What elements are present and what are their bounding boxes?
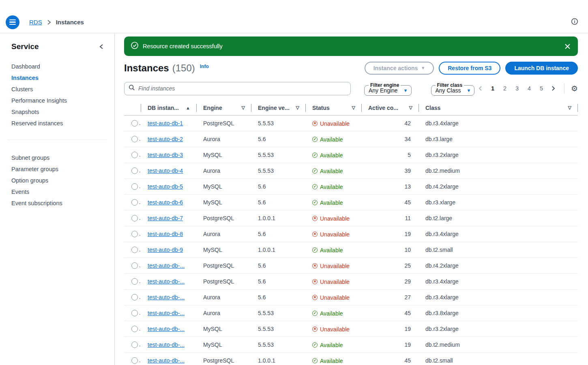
- status-label: Available: [320, 168, 343, 174]
- column-header-db-instance[interactable]: DB instan...▲: [141, 101, 197, 115]
- pagination-prev-icon[interactable]: [476, 84, 485, 93]
- row-radio-button[interactable]: [131, 341, 138, 348]
- class-cell: db.r3.4xlarge: [419, 226, 578, 242]
- instance-actions-button[interactable]: Instance actions ▼: [365, 62, 434, 75]
- status-cell: Unavailable: [306, 321, 362, 337]
- row-radio-button[interactable]: [131, 278, 138, 285]
- table-settings-gear-icon[interactable]: ⚙: [571, 85, 578, 92]
- sort-icon[interactable]: ▽: [352, 105, 355, 110]
- info-link[interactable]: Info: [200, 64, 209, 69]
- sort-icon[interactable]: ▽: [409, 105, 412, 110]
- table-row: test-auto-db-... PostgreSQL 5.6 Unavaila…: [124, 258, 578, 273]
- sort-asc-icon[interactable]: ▲: [186, 105, 190, 110]
- engine-cell: MySQL: [197, 178, 251, 194]
- breadcrumb: RDS Instances: [29, 19, 84, 26]
- db-instance-link[interactable]: test-auto-db-1: [148, 120, 183, 127]
- row-radio-button[interactable]: [131, 262, 138, 269]
- pagination-page-4[interactable]: 4: [524, 84, 534, 93]
- banner-close-icon[interactable]: [564, 43, 571, 49]
- row-radio-button[interactable]: [131, 183, 138, 190]
- filter-engine-select[interactable]: Filter engine Any Engine ▼: [364, 82, 412, 96]
- db-instance-link[interactable]: test-auto-db-...: [148, 357, 185, 364]
- sidebar-collapse-icon[interactable]: [99, 43, 104, 50]
- row-radio-button[interactable]: [131, 136, 138, 142]
- row-radio-button[interactable]: [131, 310, 138, 316]
- launch-db-instance-button[interactable]: Launch DB instance: [505, 62, 578, 75]
- db-instance-link[interactable]: test-auto-db-5: [148, 183, 183, 190]
- db-instance-link[interactable]: test-auto-db-8: [148, 231, 183, 237]
- row-radio-button[interactable]: [131, 152, 138, 158]
- row-radio-button[interactable]: [131, 215, 138, 221]
- search-input-wrapper: [124, 82, 351, 95]
- status-label: Available: [320, 136, 343, 143]
- pagination-page-2[interactable]: 2: [500, 84, 510, 93]
- sidebar-item-events[interactable]: Events: [0, 186, 114, 198]
- row-radio-button[interactable]: [131, 357, 138, 364]
- active-connections-cell: 19: [362, 226, 419, 242]
- column-header-status[interactable]: Status▽: [306, 101, 362, 115]
- search-icon: [129, 84, 135, 92]
- sidebar-item-dashboard[interactable]: Dashboard: [0, 61, 114, 72]
- row-radio-button[interactable]: [131, 167, 138, 174]
- db-instance-link[interactable]: test-auto-db-2: [148, 136, 183, 142]
- sidebar-item-snapshots[interactable]: Snapshots: [0, 106, 114, 118]
- engine-cell: MySQL: [197, 147, 251, 163]
- column-header-class[interactable]: Class▽: [419, 101, 578, 115]
- db-instance-link[interactable]: test-auto-db-...: [148, 278, 185, 285]
- row-radio-button[interactable]: [131, 326, 138, 332]
- sidebar-item-event-subscriptions[interactable]: Event subscriptions: [0, 198, 114, 209]
- sidebar-item-instances[interactable]: Instances: [0, 72, 114, 84]
- row-radio-button[interactable]: [131, 120, 138, 127]
- row-radio-button[interactable]: [131, 247, 138, 253]
- sort-icon[interactable]: ▽: [242, 105, 245, 110]
- column-header-engine-version[interactable]: Engine ve...▽: [251, 101, 306, 115]
- row-radio-button[interactable]: [131, 231, 138, 237]
- filter-class-select[interactable]: Filter class Any Class ▼: [431, 82, 475, 96]
- db-instance-link[interactable]: test-auto-db-...: [148, 326, 185, 332]
- sidebar-item-reserved-instances[interactable]: Reserved instances: [0, 118, 114, 129]
- pagination-page-5[interactable]: 5: [536, 84, 546, 93]
- status-cell: Unavailable: [306, 273, 362, 289]
- sort-icon[interactable]: ▽: [568, 105, 571, 110]
- sidebar-item-subnet-groups[interactable]: Subnet groups: [0, 152, 114, 163]
- restore-from-s3-button[interactable]: Restore from S3: [439, 62, 500, 75]
- sidebar-item-option-groups[interactable]: Option groups: [0, 175, 114, 186]
- status-icon: [312, 311, 318, 316]
- class-cell: db.r3.2xlarge: [419, 147, 578, 163]
- sidebar-item-parameter-groups[interactable]: Parameter groups: [0, 163, 114, 175]
- status-icon: [312, 152, 318, 158]
- db-instance-link[interactable]: test-auto-db-9: [148, 247, 183, 253]
- db-instance-link[interactable]: test-auto-db-...: [148, 341, 185, 348]
- sidebar-item-clusters[interactable]: Clusters: [0, 84, 114, 95]
- info-icon[interactable]: [571, 18, 578, 27]
- engine-version-cell: 5.6: [251, 226, 306, 242]
- row-radio-button[interactable]: [131, 199, 138, 206]
- sidebar-item-performance-insights[interactable]: Performance Insights: [0, 95, 114, 106]
- search-input[interactable]: [138, 85, 346, 92]
- breadcrumb-rds-link[interactable]: RDS: [29, 19, 42, 26]
- pagination-page-3[interactable]: 3: [512, 84, 522, 93]
- db-instance-link[interactable]: test-auto-db-3: [148, 152, 183, 158]
- hamburger-menu-icon[interactable]: [6, 15, 19, 29]
- column-header-engine[interactable]: Engine▽: [197, 101, 251, 115]
- column-header-active-connections[interactable]: Active co...▽: [362, 101, 419, 115]
- engine-cell: Aurora: [197, 305, 251, 321]
- pagination-next-icon[interactable]: [549, 84, 558, 93]
- pagination-page-1[interactable]: 1: [488, 84, 498, 93]
- status-icon: [312, 279, 318, 284]
- db-instance-link[interactable]: test-auto-db-7: [148, 215, 183, 221]
- db-instance-link[interactable]: test-auto-db-6: [148, 199, 183, 206]
- db-instance-link[interactable]: test-auto-db-...: [148, 310, 185, 316]
- row-radio-button[interactable]: [131, 294, 138, 301]
- status-icon: [312, 216, 318, 221]
- status-cell: Available: [306, 305, 362, 321]
- db-instance-link[interactable]: test-auto-db-...: [148, 294, 185, 301]
- top-navigation: RDS Instances: [0, 0, 588, 33]
- table-row: test-auto-db-8 Aurora 5.6 Unavailable 19…: [124, 226, 578, 242]
- success-banner-message: Resource created successfully: [143, 43, 223, 49]
- db-instance-link[interactable]: test-auto-db-...: [148, 262, 185, 269]
- sort-icon[interactable]: ▽: [296, 105, 299, 110]
- db-instance-link[interactable]: test-auto-db-4: [148, 167, 183, 174]
- table-row: test-auto-db-... PostgreSQL 5.6 Unavaila…: [124, 273, 578, 289]
- engine-version-cell: 5.6: [251, 194, 306, 210]
